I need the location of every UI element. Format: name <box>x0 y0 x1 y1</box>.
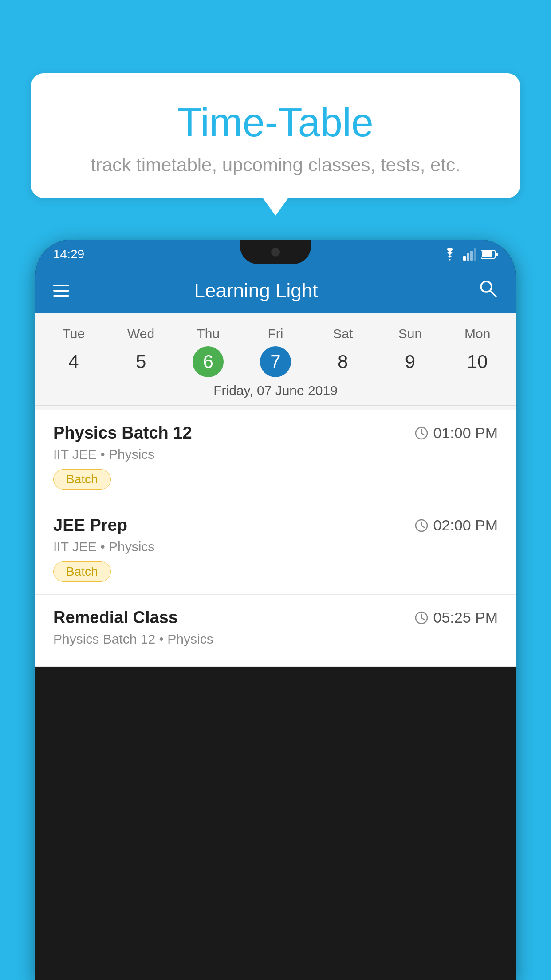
status-icons <box>442 248 498 261</box>
schedule-item-2-row1: JEE Prep 02:00 PM <box>53 516 498 535</box>
day-header-thu: Thu <box>174 322 242 346</box>
svg-rect-5 <box>482 251 492 257</box>
phone-notch <box>240 240 311 264</box>
schedule-item-1-row1: Physics Batch 12 01:00 PM <box>53 423 498 443</box>
day-6-today[interactable]: 6 <box>193 346 224 377</box>
day-header-sun: Sun <box>377 322 444 346</box>
schedule-item-2-subtitle: IIT JEE • Physics <box>53 539 498 554</box>
day-10[interactable]: 10 <box>444 346 511 378</box>
day-5[interactable]: 5 <box>107 346 175 378</box>
schedule-item-2[interactable]: JEE Prep 02:00 PM IIT JEE • Physics Batc… <box>35 502 516 595</box>
app-title: Time-Table <box>49 100 502 146</box>
schedule-item-2-name: JEE Prep <box>53 516 127 535</box>
phone-frame: 14:29 <box>35 240 516 980</box>
calendar-strip: Tue Wed Thu Fri Sat Sun Mon 4 5 6 7 8 9 … <box>35 313 516 410</box>
day-9[interactable]: 9 <box>377 346 444 378</box>
app-subtitle: track timetable, upcoming classes, tests… <box>49 154 502 176</box>
day-7-selected[interactable]: 7 <box>260 346 291 377</box>
clock-icon-2 <box>414 518 429 533</box>
day-header-mon: Mon <box>444 322 511 346</box>
schedule-item-1-tag: Batch <box>53 469 111 490</box>
schedule-list: Physics Batch 12 01:00 PM IIT JEE • Phys… <box>35 410 516 667</box>
svg-line-8 <box>490 291 496 296</box>
schedule-item-1-time: 01:00 PM <box>414 424 498 442</box>
day-headers: Tue Wed Thu Fri Sat Sun Mon <box>35 322 516 346</box>
svg-rect-1 <box>467 253 469 261</box>
selected-date-label: Friday, 07 June 2019 <box>35 378 516 406</box>
svg-line-17 <box>421 618 424 620</box>
app-bar-title: Learning Light <box>83 280 429 302</box>
svg-line-11 <box>421 433 424 435</box>
battery-icon <box>481 249 498 259</box>
schedule-item-3-name: Remedial Class <box>53 608 178 627</box>
day-header-tue: Tue <box>40 322 107 346</box>
day-numbers: 4 5 6 7 8 9 10 <box>35 346 516 378</box>
wifi-icon <box>442 248 458 261</box>
day-header-wed: Wed <box>107 322 175 346</box>
schedule-item-3[interactable]: Remedial Class 05:25 PM Physics Batch 12… <box>35 595 516 667</box>
schedule-item-3-row1: Remedial Class 05:25 PM <box>53 608 498 627</box>
schedule-item-3-time: 05:25 PM <box>414 609 498 626</box>
schedule-item-1-subtitle: IIT JEE • Physics <box>53 447 498 462</box>
clock-icon-1 <box>414 426 429 440</box>
svg-line-14 <box>421 526 424 527</box>
clock-icon-3 <box>414 611 429 625</box>
day-header-sat: Sat <box>309 322 377 346</box>
schedule-item-1[interactable]: Physics Batch 12 01:00 PM IIT JEE • Phys… <box>35 410 516 502</box>
status-time: 14:29 <box>53 247 84 261</box>
svg-rect-2 <box>470 251 473 261</box>
schedule-item-2-tag: Batch <box>53 561 111 582</box>
search-button[interactable] <box>478 279 498 303</box>
svg-rect-3 <box>474 248 476 261</box>
app-bar: Learning Light <box>35 269 516 313</box>
menu-button[interactable] <box>53 285 69 297</box>
speech-bubble: Time-Table track timetable, upcoming cla… <box>31 73 520 198</box>
day-8[interactable]: 8 <box>309 346 377 378</box>
day-4[interactable]: 4 <box>40 346 107 378</box>
schedule-item-1-name: Physics Batch 12 <box>53 423 192 443</box>
status-bar: 14:29 <box>35 240 516 269</box>
day-header-fri: Fri <box>242 322 309 346</box>
svg-rect-0 <box>463 256 466 261</box>
schedule-item-3-subtitle: Physics Batch 12 • Physics <box>53 632 498 647</box>
camera <box>271 248 280 257</box>
signal-icon <box>463 248 476 261</box>
svg-rect-6 <box>496 253 498 256</box>
schedule-item-2-time: 02:00 PM <box>414 517 498 534</box>
